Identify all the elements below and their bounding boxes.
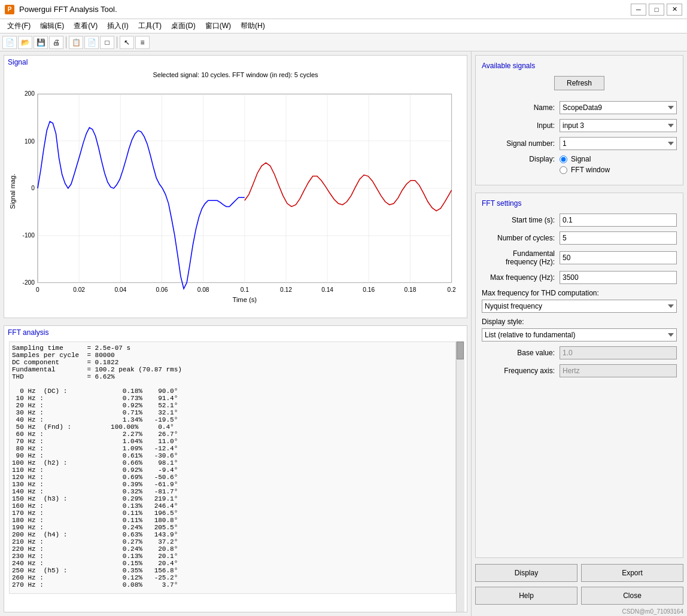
toolbar-list[interactable]: ≡ [135,36,150,49]
fundamental-freq-row: Fundamental frequency (Hz): [482,249,677,266]
freq-axis-label: Frequency axis: [482,367,560,375]
max-freq-thd-section: Max frequency for THD computation: Nyqui… [482,289,677,313]
name-select[interactable]: ScopeData9 [560,101,677,114]
display-style-section: Display style: List (relative to fundame… [482,318,677,341]
max-freq-row: Max frequency (Hz): [482,271,677,284]
name-label: Name: [482,103,560,112]
input-label: Input: [482,121,560,130]
signal-number-label: Signal number: [482,139,560,148]
main-content: Signal Selected signal: 10 cycles. FFT w… [0,51,687,616]
freq-axis-row: Frequency axis: Hertz [482,364,677,377]
svg-text:0.2: 0.2 [448,286,456,293]
toolbar-undo[interactable]: □ [100,36,114,49]
signal-chart: Signal mag. [4,68,467,315]
menu-view[interactable]: 查看(V) [69,20,102,32]
signal-panel: Signal Selected signal: 10 cycles. FFT w… [4,55,467,318]
y-axis-label: Signal mag. [9,174,16,209]
svg-text:0.04: 0.04 [114,286,126,293]
fft-analysis-panel: FFT analysis Sampling time = 2.5e-07 s S… [4,325,467,612]
menu-desktop[interactable]: 桌面(D) [166,20,200,32]
svg-text:0.18: 0.18 [405,286,417,293]
toolbar-save[interactable]: 💾 [34,36,48,49]
signal-radio-label[interactable]: Signal [571,155,591,163]
fft-panel-title: FFT analysis [4,326,467,339]
svg-text:0: 0 [36,286,39,293]
title-bar: P Powergui FFT Analysis Tool. ─ □ ✕ [0,0,687,19]
svg-text:0.14: 0.14 [321,286,333,293]
refresh-button[interactable]: Refresh [554,76,604,90]
menu-bar: 文件(F) 编辑(E) 查看(V) 插入(I) 工具(T) 桌面(D) 窗口(W… [0,19,687,33]
window-title: Powergui FFT Analysis Tool. [19,5,117,14]
svg-text:0.08: 0.08 [197,286,209,293]
toolbar-open[interactable]: 📂 [18,36,32,49]
max-freq-input[interactable] [560,271,677,284]
fft-window-radio[interactable] [560,166,567,174]
svg-text:0.02: 0.02 [73,286,85,293]
menu-edit[interactable]: 编辑(E) [35,20,69,32]
base-value-input[interactable] [560,346,677,359]
available-signals-section: Available signals Refresh Name: ScopeDat… [475,55,683,185]
fft-window-radio-row: FFT window [560,166,610,174]
input-select[interactable]: input 3 [560,119,677,132]
name-row: Name: ScopeData9 [482,101,677,114]
num-cycles-input[interactable] [560,231,677,245]
menu-tools[interactable]: 工具(T) [133,20,166,32]
max-freq-label: Max frequency (Hz): [482,273,560,282]
close-button[interactable]: Close [581,587,683,605]
watermark: CSDN@m0_71093164 [472,608,687,616]
toolbar-paste[interactable]: 📄 [84,36,99,49]
display-radio-group: Signal FFT window [560,155,610,174]
max-freq-thd-select[interactable]: Nyquist frequency [482,300,677,313]
fft-window-radio-label[interactable]: FFT window [571,166,610,174]
menu-window[interactable]: 窗口(W) [200,20,236,32]
help-close-buttons: Help Close [475,587,683,605]
right-panel: Available signals Refresh Name: ScopeDat… [472,51,687,616]
menu-insert[interactable]: 插入(I) [102,20,133,32]
svg-text:Time (s): Time (s) [232,296,257,303]
available-signals-title: Available signals [482,62,677,70]
svg-text:0: 0 [31,185,35,191]
svg-text:-100: -100 [23,232,35,239]
maximize-button[interactable]: □ [649,4,664,16]
toolbar-separator-1 [66,36,66,48]
fft-content[interactable]: Sampling time = 2.5e-07 s Samples per cy… [9,341,456,594]
menu-help[interactable]: 帮助(H) [236,20,270,32]
start-time-row: Start time (s): [482,214,677,227]
svg-text:0.12: 0.12 [280,286,292,293]
minimize-button[interactable]: ─ [631,4,646,16]
svg-text:0.16: 0.16 [363,286,375,293]
base-value-row: Base value: [482,346,677,359]
signal-radio-row: Signal [560,155,610,163]
signal-panel-title: Signal [4,56,467,68]
action-buttons: Display Export [475,564,683,582]
display-style-select[interactable]: List (relative to fundamental) [482,328,677,341]
signal-number-select[interactable]: 1 [560,137,677,150]
export-button[interactable]: Export [581,564,683,582]
svg-text:200: 200 [25,90,35,97]
window-controls: ─ □ ✕ [631,4,682,16]
fft-settings-section: FFT settings Start time (s): Number of c… [475,193,683,558]
svg-text:-200: -200 [23,279,35,286]
toolbar-copy[interactable]: 📋 [69,36,83,49]
svg-text:0.1: 0.1 [241,286,249,293]
signal-number-row: Signal number: 1 [482,137,677,150]
menu-file[interactable]: 文件(F) [2,20,35,32]
freq-axis-select[interactable]: Hertz [560,364,677,377]
close-button[interactable]: ✕ [667,4,682,16]
fundamental-freq-input[interactable] [560,251,677,264]
toolbar-select[interactable]: ↖ [120,36,134,49]
toolbar-new[interactable]: 📄 [2,36,17,49]
scrollbar-thumb[interactable] [457,341,464,359]
start-time-input[interactable] [560,214,677,227]
toolbar-print[interactable]: 🖨 [49,36,63,49]
signal-radio[interactable] [560,155,567,163]
input-row: Input: input 3 [482,119,677,132]
display-style-label: Display style: [482,318,677,326]
left-panel: Signal Selected signal: 10 cycles. FFT w… [0,51,472,616]
max-freq-thd-label: Max frequency for THD computation: [482,289,677,297]
scrollbar-track[interactable] [456,341,464,612]
app-icon: P [5,5,14,14]
display-button[interactable]: Display [475,564,577,582]
help-button[interactable]: Help [475,587,577,605]
num-cycles-row: Number of cycles: [482,231,677,245]
